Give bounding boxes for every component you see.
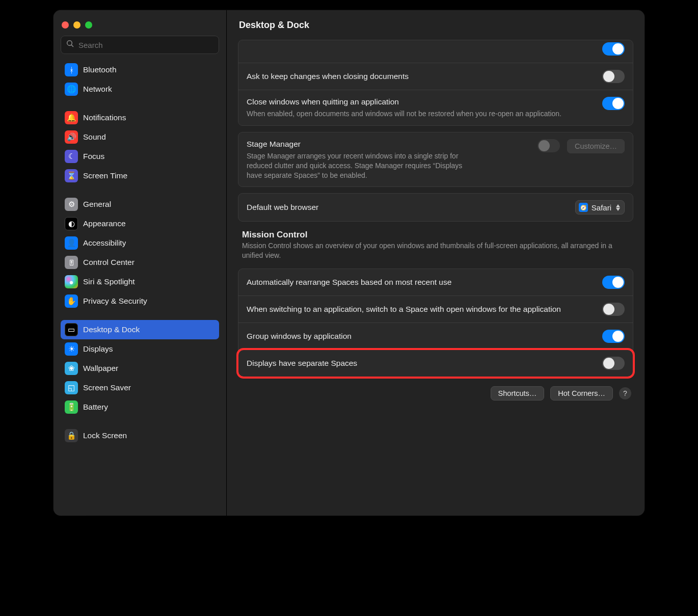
contrast-icon: ◐	[65, 217, 78, 230]
row-separate-spaces: Displays have separate Spaces	[238, 350, 633, 377]
sidebar-item-label: Displays	[83, 344, 113, 354]
default-browser-label: Default web browser	[247, 202, 568, 213]
row-group-windows: Group windows by application	[238, 323, 633, 350]
sidebar-item-battery[interactable]: 🔋Battery	[61, 397, 219, 417]
toggle-close-windows[interactable]	[602, 97, 625, 110]
toggle-unknown-top[interactable]	[602, 42, 625, 56]
sidebar-item-lock-screen[interactable]: 🔒Lock Screen	[61, 426, 219, 445]
chevron-updown-icon	[616, 204, 620, 211]
sidebar-item-label: Notifications	[83, 113, 126, 122]
sidebar-item-screen-time[interactable]: ⌛Screen Time	[61, 166, 219, 185]
minimize-window-button[interactable]	[73, 21, 80, 29]
screensaver-icon: ◱	[65, 381, 78, 394]
switch-to-space-label: When switching to an application, switch…	[247, 304, 595, 315]
toggle-group-windows[interactable]	[602, 330, 625, 343]
mission-control-section: Automatically rearrange Spaces based on …	[238, 269, 633, 377]
sidebar-item-label: Screen Saver	[83, 383, 131, 392]
mission-control-desc: Mission Control shows an overview of you…	[242, 241, 629, 260]
globe-icon: 🌐	[65, 83, 78, 96]
row-default-browser: Default web browser 🧭 Safari	[238, 194, 633, 221]
toggle-ask-keep-changes[interactable]	[602, 70, 625, 83]
switches-icon: 🎚	[65, 256, 78, 269]
sidebar-item-general[interactable]: ⚙General	[61, 195, 219, 214]
bell-icon: 🔔	[65, 111, 78, 124]
row-auto-rearrange: Automatically rearrange Spaces based on …	[238, 269, 633, 296]
sidebar-item-label: Bluetooth	[83, 65, 117, 74]
sidebar-item-displays[interactable]: ☀Displays	[61, 339, 219, 359]
sidebar-item-label: Appearance	[83, 219, 126, 228]
sidebar-item-label: Accessibility	[83, 238, 126, 248]
gear-icon: ⚙	[65, 198, 78, 211]
siri-icon: ●	[65, 275, 78, 288]
mission-control-title: Mission Control	[242, 230, 629, 240]
battery-icon: 🔋	[65, 400, 78, 414]
lock-icon: 🔒	[65, 429, 78, 442]
help-button[interactable]: ?	[619, 387, 631, 399]
sidebar-item-label: Battery	[83, 403, 108, 412]
sidebar-item-label: General	[83, 200, 111, 209]
moon-icon: ☾	[65, 150, 78, 163]
page-title: Desktop & Dock	[227, 10, 645, 40]
ask-keep-changes-label: Ask to keep changes when closing documen…	[247, 71, 595, 82]
sidebar-list[interactable]: ᚼBluetooth🌐Network🔔Notifications🔊Sound☾F…	[59, 60, 221, 511]
sidebar-item-label: Lock Screen	[83, 431, 127, 440]
customize-stage-manager-button[interactable]: Customize…	[567, 139, 625, 153]
toggle-switch-to-space[interactable]	[602, 303, 625, 316]
sidebar: ᚼBluetooth🌐Network🔔Notifications🔊Sound☾F…	[53, 10, 227, 516]
window-controls	[59, 19, 221, 36]
sidebar-item-appearance[interactable]: ◐Appearance	[61, 214, 219, 233]
sidebar-item-label: Screen Time	[83, 171, 127, 180]
stage-manager-label: Stage Manager	[247, 139, 530, 150]
default-browser-dropdown[interactable]: 🧭 Safari	[575, 200, 625, 215]
sidebar-item-wallpaper[interactable]: ❀Wallpaper	[61, 359, 219, 378]
toggle-separate-spaces[interactable]	[602, 357, 625, 370]
dock-icon: ▭	[65, 323, 78, 336]
documents-section: Ask to keep changes when closing documen…	[238, 40, 633, 126]
sidebar-item-siri-spotlight[interactable]: ●Siri & Spotlight	[61, 272, 219, 291]
search-input[interactable]	[78, 41, 213, 49]
highlight-separate-spaces: Displays have separate Spaces	[236, 348, 635, 379]
sidebar-item-network[interactable]: 🌐Network	[61, 79, 219, 99]
sidebar-item-privacy-security[interactable]: ✋Privacy & Security	[61, 291, 219, 311]
sidebar-item-label: Desktop & Dock	[83, 325, 140, 334]
auto-rearrange-label: Automatically rearrange Spaces based on …	[247, 277, 595, 288]
group-windows-label: Group windows by application	[247, 331, 595, 342]
search-field[interactable]	[61, 36, 219, 54]
close-windows-desc: When enabled, open documents and windows…	[247, 109, 595, 119]
row-cutoff	[238, 40, 633, 63]
sidebar-item-desktop-dock[interactable]: ▭Desktop & Dock	[61, 320, 219, 339]
hot-corners-button[interactable]: Hot Corners…	[550, 386, 613, 400]
row-switch-to-space: When switching to an application, switch…	[238, 296, 633, 323]
sidebar-item-label: Privacy & Security	[83, 297, 147, 306]
row-ask-keep-changes: Ask to keep changes when closing documen…	[238, 63, 633, 90]
sidebar-item-focus[interactable]: ☾Focus	[61, 147, 219, 166]
sidebar-item-label: Network	[83, 85, 112, 94]
footer-buttons: Shortcuts… Hot Corners… ?	[238, 377, 633, 403]
separate-spaces-label: Displays have separate Spaces	[247, 358, 595, 369]
settings-window: ᚼBluetooth🌐Network🔔Notifications🔊Sound☾F…	[53, 10, 645, 516]
shortcuts-button[interactable]: Shortcuts…	[491, 386, 545, 400]
speaker-icon: 🔊	[65, 130, 78, 144]
row-stage-manager: Stage Manager Stage Manager arranges you…	[238, 132, 633, 187]
sidebar-item-label: Focus	[83, 152, 104, 161]
content-scroll[interactable]: Ask to keep changes when closing documen…	[227, 40, 645, 516]
sidebar-item-accessibility[interactable]: 👤Accessibility	[61, 233, 219, 253]
person-icon: 👤	[65, 236, 78, 250]
toggle-auto-rearrange[interactable]	[602, 276, 625, 289]
brightness-icon: ☀	[65, 342, 78, 356]
sidebar-item-control-center[interactable]: 🎚Control Center	[61, 253, 219, 272]
hourglass-icon: ⌛	[65, 169, 78, 182]
hand-icon: ✋	[65, 294, 78, 308]
sidebar-item-screen-saver[interactable]: ◱Screen Saver	[61, 378, 219, 397]
flower-icon: ❀	[65, 362, 78, 375]
close-window-button[interactable]	[62, 21, 69, 29]
toggle-stage-manager[interactable]	[538, 139, 560, 152]
close-windows-label: Close windows when quitting an applicati…	[247, 97, 595, 108]
zoom-window-button[interactable]	[85, 21, 92, 29]
sidebar-item-bluetooth[interactable]: ᚼBluetooth	[61, 60, 219, 79]
sidebar-item-sound[interactable]: 🔊Sound	[61, 127, 219, 147]
default-browser-value: Safari	[592, 203, 611, 212]
bluetooth-icon: ᚼ	[65, 63, 78, 76]
search-icon	[66, 40, 74, 50]
sidebar-item-notifications[interactable]: 🔔Notifications	[61, 108, 219, 127]
